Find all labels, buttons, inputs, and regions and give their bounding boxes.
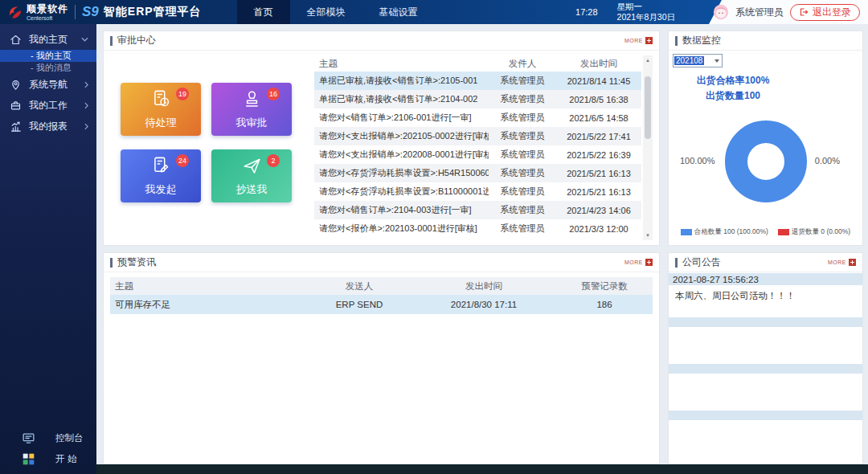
alerts-panel-header: 预警资讯 MORE	[104, 253, 659, 272]
alerts-table-rows: 可用库存不足ERP SEND2021/8/30 17:11186	[104, 295, 659, 314]
scroll-down-arrow-icon[interactable]: ▼	[643, 231, 653, 240]
cell-subject: 请您对<存货浮动耗损率设置>:H54R15006002进行[审核]	[314, 167, 489, 179]
more-label: MORE	[624, 38, 643, 43]
brand-subtitle: Centersoft	[27, 15, 68, 21]
col-sender: 发件人	[489, 58, 556, 70]
announcement-time	[669, 317, 862, 327]
header-accent-bar	[110, 36, 113, 46]
col-count: 预警记录数	[556, 280, 653, 292]
sidebar-footer-item-1[interactable]: 控制台	[0, 427, 96, 448]
approval-row-4[interactable]: 请您对<支出报销单>:202105-0002进行[审核]系统管理员2021/5/…	[314, 127, 641, 145]
sidebar-subitem-1-2[interactable]: - 我的消息	[0, 62, 96, 74]
sidebar-item-4[interactable]: 我的报表	[0, 116, 96, 137]
approval-row-2[interactable]: 单据已审核,请接收<销售订单>:2104-002系统管理员2021/8/5 16…	[314, 90, 641, 108]
approval-row-1[interactable]: 单据已审核,请接收<销售订单>:2105-001系统管理员2021/8/14 1…	[314, 72, 641, 90]
alerts-panel-title: 预警资讯	[117, 255, 156, 269]
more-label: MORE	[624, 259, 643, 265]
scrollbar-thumb[interactable]	[645, 76, 651, 139]
sidebar-item-2[interactable]: 系统导航	[0, 74, 96, 95]
announcement-content: 本周六、周日公司活动！！！	[669, 285, 862, 309]
tile-label: 抄送我	[236, 182, 268, 197]
chevron-right-icon	[84, 123, 88, 130]
alerts-table-header: 主题 发送人 发出时间 预警记录数	[110, 277, 653, 295]
cell-time: 2021/3/3 12:00	[556, 224, 641, 234]
col-time: 发出时间	[556, 58, 641, 70]
topbar-tab-3[interactable]: 基础设置	[362, 0, 435, 24]
tile-badge-count: 16	[267, 88, 280, 100]
approval-row-6[interactable]: 请您对<存货浮动耗损率设置>:H54R15006002进行[审核]系统管理员20…	[314, 164, 641, 182]
brand-logo: 顺景软件 Centersoft	[6, 3, 68, 21]
sidebar-item-1[interactable]: 我的主页	[0, 29, 96, 50]
approval-tile-4[interactable]: 抄送我2	[211, 149, 292, 202]
cell-time: 2021/5/21 16:13	[556, 169, 641, 178]
sidebar-item-label: 我的报表	[29, 120, 68, 133]
announcements-more-button[interactable]: MORE	[828, 259, 856, 266]
more-label: MORE	[828, 259, 846, 265]
legend-item-2: 退货数量 0 (0.00%)	[778, 227, 850, 237]
approval-center-panel: 审批中心 MORE 待处理19我审批16我发起24抄送我2 主题 发件人 发出时…	[103, 31, 660, 246]
logout-button[interactable]: 退出登录	[790, 4, 860, 21]
monitor-headline: 出货合格率100% 出货数量100	[669, 73, 797, 103]
cell-sender: 系统管理员	[489, 112, 556, 124]
approval-more-button[interactable]: MORE	[624, 37, 653, 44]
approval-row-5[interactable]: 请您对<支出报销单>:202008-0001进行[审核]系统管理员2021/5/…	[314, 145, 641, 164]
home-icon	[10, 34, 22, 46]
alerts-more-button[interactable]: MORE	[624, 259, 653, 266]
chevron-right-icon	[84, 102, 88, 109]
col-subject: 主题	[110, 280, 307, 292]
header-accent-bar	[675, 36, 678, 46]
cell-time: 2021/6/5 14:58	[556, 113, 641, 123]
col-time: 发出时间	[411, 280, 556, 292]
topbar-user-area: 系统管理员 退出登录	[713, 0, 860, 24]
topbar-tab-2[interactable]: 全部模块	[290, 0, 362, 24]
topbar-blue-band: 顺景软件 Centersoft S9 智能ERP管理平台 首页全部模块基础设置 …	[0, 0, 722, 24]
stamp-icon	[241, 88, 263, 113]
cell-count: 186	[556, 300, 653, 309]
sidebar-item-3[interactable]: 我的工作	[0, 95, 96, 116]
cell-subject: 单据已审核,请接收<销售订单>:2105-001	[314, 75, 489, 87]
approval-row-8[interactable]: 请您对<销售订单>:2104-003进行[一审]系统管理员2021/4/23 1…	[314, 201, 641, 219]
period-select[interactable]: 202108	[673, 54, 723, 67]
approval-tile-3[interactable]: 我发起24	[121, 149, 201, 202]
approval-table-rows: 单据已审核,请接收<销售订单>:2105-001系统管理员2021/8/14 1…	[314, 72, 653, 238]
cell-time: 2021/8/30 17:11	[411, 300, 556, 309]
announcement-content	[669, 420, 862, 464]
topbar: 顺景软件 Centersoft S9 智能ERP管理平台 首页全部模块基础设置 …	[0, 0, 868, 24]
donut-ring	[736, 132, 796, 191]
scroll-up-arrow-icon[interactable]: ▲	[643, 55, 653, 65]
donut-label-right: 0.00%	[815, 156, 840, 165]
announcement-content	[669, 374, 862, 402]
cell-subject: 请您对<存货浮动耗损率设置>:B11000001进行[审核]	[314, 186, 489, 198]
brand-swirl-icon	[6, 3, 23, 21]
announcement-item-1[interactable]: 2021-08-27 15:56:23本周六、周日公司活动！！！	[669, 273, 862, 309]
date-label: 2021年8月30日	[617, 12, 675, 22]
sidebar-nav: 我的主页- 我的主页- 我的消息系统导航我的工作我的报表	[0, 24, 96, 137]
approval-tile-2[interactable]: 我审批16	[211, 83, 292, 136]
alert-row-1[interactable]: 可用库存不足ERP SEND2021/8/30 17:11186	[110, 295, 653, 314]
sidebar-item-label: 我的工作	[29, 99, 68, 112]
table-scrollbar[interactable]: ▲ ▼	[643, 55, 653, 240]
approval-row-3[interactable]: 请您对<销售订单>:2106-001进行[一审]系统管理员2021/6/5 14…	[314, 108, 641, 127]
weekday-label: 星期一	[617, 2, 675, 12]
user-avatar-icon[interactable]	[713, 4, 729, 20]
tile-label: 待处理	[145, 116, 177, 130]
chevron-down-icon	[81, 37, 88, 42]
announcement-time	[669, 411, 862, 420]
approval-row-7[interactable]: 请您对<存货浮动耗损率设置>:B11000001进行[审核]系统管理员2021/…	[314, 182, 641, 201]
sidebar: 我的主页- 我的主页- 我的消息系统导航我的工作我的报表 控制台开 始	[0, 24, 96, 474]
main-content: 审批中心 MORE 待处理19我审批16我发起24抄送我2 主题 发件人 发出时…	[96, 24, 868, 474]
sidebar-footer-item-2[interactable]: 开 始	[0, 448, 96, 469]
legend-swatch	[681, 229, 692, 235]
header-accent-bar	[110, 258, 113, 268]
legend-item-1: 合格数量 100 (100.00%)	[681, 227, 768, 237]
sidebar-subitem-1-1[interactable]: - 我的主页	[0, 50, 96, 62]
sidebar-footer-label: 控制台	[55, 432, 84, 444]
approval-row-9[interactable]: 请您对<报价单>:202103-0001进行[审核]系统管理员2021/3/3 …	[314, 219, 641, 238]
topbar-tab-1[interactable]: 首页	[237, 0, 290, 24]
cell-subject: 请您对<支出报销单>:202008-0001进行[审核]	[314, 149, 489, 161]
ship-qty-text: 出货数量100	[669, 88, 797, 104]
cell-time: 2021/8/5 16:38	[556, 95, 641, 104]
cell-subject: 单据已审核,请接收<销售订单>:2104-002	[314, 93, 489, 105]
approval-tile-1[interactable]: 待处理19	[121, 83, 201, 136]
exit-icon	[799, 7, 809, 17]
